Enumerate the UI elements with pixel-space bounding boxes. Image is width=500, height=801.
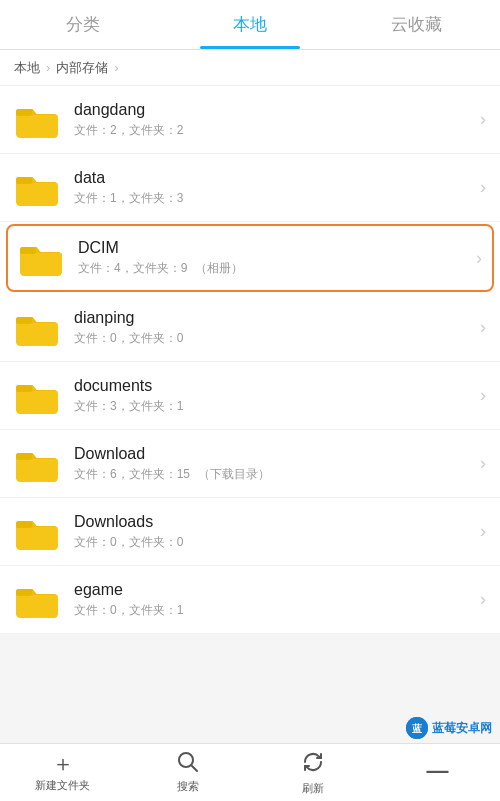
folder-item[interactable]: Downloads 文件：0，文件夹：0 › xyxy=(0,498,500,566)
folder-info: documents 文件：3，文件夹：1 xyxy=(74,377,472,415)
folder-name: dianping xyxy=(74,309,472,327)
breadcrumb: 本地 › 内部存储 › xyxy=(0,50,500,86)
file-list-container: dangdang 文件：2，文件夹：2 › data 文件：1，文件夹：3 xyxy=(0,86,500,779)
folder-info: data 文件：1，文件夹：3 xyxy=(74,169,472,207)
new-folder-button[interactable]: ＋ 新建文件夹 xyxy=(0,753,125,793)
search-label: 搜索 xyxy=(177,779,199,794)
folder-info: DCIM 文件：4，文件夹：9 （相册） xyxy=(78,239,468,277)
folder-item[interactable]: dangdang 文件：2，文件夹：2 › xyxy=(0,86,500,154)
folder-info: dianping 文件：0，文件夹：0 xyxy=(74,309,472,347)
folder-meta: 文件：0，文件夹：1 xyxy=(74,602,472,619)
folder-icon xyxy=(14,169,60,207)
breadcrumb-local[interactable]: 本地 xyxy=(14,59,40,77)
delete-icon: — xyxy=(427,758,449,784)
watermark-label: 蓝莓安卓网 xyxy=(432,720,492,737)
folder-icon xyxy=(14,581,60,619)
refresh-icon xyxy=(301,750,325,778)
folder-info: Download 文件：6，文件夹：15 （下载目录） xyxy=(74,445,472,483)
watermark-icon: 蓝 xyxy=(406,717,428,739)
folder-meta: 文件：4，文件夹：9 （相册） xyxy=(78,260,468,277)
folder-item[interactable]: documents 文件：3，文件夹：1 › xyxy=(0,362,500,430)
search-icon xyxy=(177,751,199,776)
tab-local[interactable]: 本地 xyxy=(167,0,334,49)
folder-info: Downloads 文件：0，文件夹：0 xyxy=(74,513,472,551)
refresh-button[interactable]: 刷新 xyxy=(250,750,375,796)
folder-icon xyxy=(14,445,60,483)
folder-name: DCIM xyxy=(78,239,468,257)
folder-item[interactable]: Download 文件：6，文件夹：15 （下载目录） › xyxy=(0,430,500,498)
folder-item[interactable]: dianping 文件：0，文件夹：0 › xyxy=(0,294,500,362)
folder-meta: 文件：2，文件夹：2 xyxy=(74,122,472,139)
folder-icon xyxy=(14,377,60,415)
plus-icon: ＋ xyxy=(52,753,74,775)
chevron-right-icon: › xyxy=(476,248,482,269)
folder-name: data xyxy=(74,169,472,187)
tab-classify[interactable]: 分类 xyxy=(0,0,167,49)
new-folder-label: 新建文件夹 xyxy=(35,778,90,793)
folder-meta: 文件：3，文件夹：1 xyxy=(74,398,472,415)
tab-cloud[interactable]: 云收藏 xyxy=(333,0,500,49)
folder-name: egame xyxy=(74,581,472,599)
folder-meta: 文件：1，文件夹：3 xyxy=(74,190,472,207)
chevron-right-icon: › xyxy=(480,385,486,406)
search-button[interactable]: 搜索 xyxy=(125,751,250,794)
chevron-right-icon: › xyxy=(480,589,486,610)
chevron-right-icon: › xyxy=(480,453,486,474)
chevron-right-icon: › xyxy=(480,317,486,338)
folder-icon xyxy=(14,101,60,139)
watermark: 蓝 蓝莓安卓网 xyxy=(406,717,492,739)
folder-name: Downloads xyxy=(74,513,472,531)
folder-meta: 文件：6，文件夹：15 （下载目录） xyxy=(74,466,472,483)
breadcrumb-sep: › xyxy=(46,60,50,75)
chevron-right-icon: › xyxy=(480,177,486,198)
folder-item[interactable]: egame 文件：0，文件夹：1 › xyxy=(0,566,500,634)
folder-icon xyxy=(14,309,60,347)
folder-info: egame 文件：0，文件夹：1 xyxy=(74,581,472,619)
folder-name: Download xyxy=(74,445,472,463)
bottom-toolbar: ＋ 新建文件夹 搜索 刷新 — xyxy=(0,743,500,801)
chevron-right-icon: › xyxy=(480,109,486,130)
folder-tag: （下载目录） xyxy=(198,466,270,483)
breadcrumb-internal-storage[interactable]: 内部存储 xyxy=(56,59,108,77)
folder-name: documents xyxy=(74,377,472,395)
chevron-right-icon: › xyxy=(480,521,486,542)
refresh-label: 刷新 xyxy=(302,781,324,796)
folder-name: dangdang xyxy=(74,101,472,119)
delete-button[interactable]: — xyxy=(375,758,500,787)
folder-meta: 文件：0，文件夹：0 xyxy=(74,330,472,347)
tab-bar: 分类 本地 云收藏 xyxy=(0,0,500,50)
folder-info: dangdang 文件：2，文件夹：2 xyxy=(74,101,472,139)
file-list: dangdang 文件：2，文件夹：2 › data 文件：1，文件夹：3 xyxy=(0,86,500,634)
breadcrumb-sep2: › xyxy=(114,60,118,75)
svg-text:蓝: 蓝 xyxy=(412,723,422,734)
folder-icon xyxy=(18,239,64,277)
svg-line-9 xyxy=(191,766,197,772)
folder-item[interactable]: DCIM 文件：4，文件夹：9 （相册） › xyxy=(6,224,494,292)
folder-icon xyxy=(14,513,60,551)
folder-meta: 文件：0，文件夹：0 xyxy=(74,534,472,551)
folder-item[interactable]: data 文件：1，文件夹：3 › xyxy=(0,154,500,222)
folder-tag: （相册） xyxy=(195,260,243,277)
